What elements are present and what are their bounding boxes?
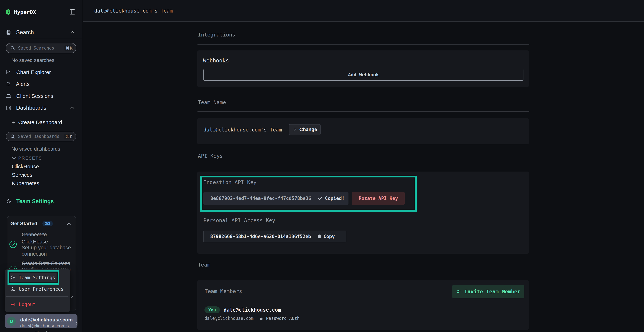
auth-method: Password Auth xyxy=(260,316,300,321)
change-team-name-button[interactable]: Change xyxy=(289,124,320,135)
copy-label: Copy xyxy=(324,234,335,239)
menu-item-label: User Preferences xyxy=(19,286,64,292)
preset-services[interactable]: Services xyxy=(12,172,32,178)
menu-item-label: Logout xyxy=(19,302,36,307)
invite-team-member-button[interactable]: Invite Team Member xyxy=(452,285,524,298)
sidebar-item-team-settings[interactable]: Team Settings xyxy=(6,198,54,204)
sidebar-section-label: Search xyxy=(16,29,34,36)
page-title: dale@clickhouse.com's Team xyxy=(94,8,173,14)
annotation-rectangle xyxy=(200,176,417,212)
personal-api-key-field[interactable]: 87982668-58b1-4d6e-a620-014a136f52eb Cop… xyxy=(203,230,346,242)
user-gear-icon xyxy=(10,287,15,292)
laptop-icon xyxy=(6,93,11,99)
team-settings-label: Team Settings xyxy=(16,198,54,205)
section-label-integrations: Integrations xyxy=(198,32,236,38)
avatar: D xyxy=(7,317,16,326)
preset-clickhouse[interactable]: ClickHouse xyxy=(12,164,39,170)
sidebar-section-label: Dashboards xyxy=(16,105,46,111)
user-plus-icon xyxy=(456,289,461,294)
logo[interactable]: HyperDX xyxy=(6,8,36,16)
section-divider xyxy=(198,44,529,44)
cmd-k-shortcut: ⌘K xyxy=(64,46,74,51)
dashboards-layout-icon xyxy=(6,105,11,111)
invite-button-label: Invite Team Member xyxy=(464,288,520,294)
presets-label: PRESETS xyxy=(18,156,42,161)
hyperdx-logo-icon xyxy=(6,9,10,15)
section-divider xyxy=(198,274,529,274)
sidebar-collapse-icon[interactable] xyxy=(69,8,75,14)
personal-api-key-value: 87982668-58b1-4d6e-a620-014a136f52eb xyxy=(210,234,311,239)
clipboard-icon xyxy=(317,234,322,239)
sidebar-item-alerts[interactable]: Alerts xyxy=(6,81,30,87)
app-title: HyperDX xyxy=(14,9,36,15)
member-email: dale@clickhouse.com xyxy=(224,307,281,313)
team-name-value: dale@clickhouse.com's Team xyxy=(204,127,282,133)
sidebar-item-label: Chart Explorer xyxy=(16,69,51,75)
sidebar: HyperDX Search Saved Searches ⌘K No save… xyxy=(0,0,82,332)
section-divider xyxy=(198,112,529,112)
search-section-icon xyxy=(6,30,11,35)
menu-item-user-preferences[interactable]: User Preferences xyxy=(10,286,64,292)
sidebar-item-client-sessions[interactable]: Client Sessions xyxy=(6,93,53,99)
sidebar-section-search[interactable]: Search xyxy=(6,29,34,36)
chevron-right-icon xyxy=(76,321,78,325)
member-sub-email: dale@clickhouse.com xyxy=(204,316,254,321)
chevron-up-icon[interactable] xyxy=(70,106,74,109)
plus-icon xyxy=(11,120,16,125)
row-divider xyxy=(197,302,529,302)
webhooks-title: Webhooks xyxy=(203,58,229,64)
get-started-title: Get Started xyxy=(10,221,38,226)
check-circle-icon xyxy=(9,240,17,248)
saved-searches-placeholder: Saved Searches xyxy=(18,46,64,50)
menu-divider xyxy=(6,296,68,296)
sidebar-item-label: Alerts xyxy=(16,81,30,87)
pencil-icon xyxy=(292,127,297,132)
chevron-down-icon xyxy=(12,157,16,160)
section-label-api-keys: API Keys xyxy=(198,153,223,159)
you-badge: You xyxy=(204,306,220,314)
annotation-rectangle xyxy=(8,270,60,285)
chevron-up-icon[interactable] xyxy=(70,30,74,33)
create-dashboard-button[interactable]: Create Dashboard xyxy=(11,119,62,126)
saved-searches-input[interactable]: Saved Searches ⌘K xyxy=(6,43,76,53)
preset-kubernetes[interactable]: Kubernetes xyxy=(12,180,39,186)
get-started-progress-badge: 2/3 xyxy=(42,221,53,226)
saved-dashboards-input[interactable]: Saved Dashboards ⌘K xyxy=(6,132,76,141)
presets-toggle[interactable]: PRESETS xyxy=(12,155,42,161)
change-button-label: Change xyxy=(299,127,317,132)
section-label-team-name: Team Name xyxy=(198,99,226,105)
search-icon xyxy=(10,134,16,139)
add-webhook-button[interactable]: Add Webhook xyxy=(204,69,524,81)
gear-icon xyxy=(6,199,11,204)
get-started-item-title[interactable]: Create Data Sources xyxy=(22,260,79,267)
get-started-item-title[interactable]: Connect to ClickHouse xyxy=(22,231,72,245)
user-team: dale@clickhouse.com's xyxy=(20,323,69,328)
chart-line-icon xyxy=(6,70,11,75)
saved-dashboards-placeholder: Saved Dashboards xyxy=(18,134,64,139)
bell-icon xyxy=(6,81,11,87)
section-label-team: Team xyxy=(198,262,210,268)
user-email: dale@clickhouse.com xyxy=(20,317,73,323)
personal-api-key-label: Personal API Access Key xyxy=(204,217,275,224)
menu-item-logout[interactable]: Logout xyxy=(10,302,36,307)
lock-icon xyxy=(260,316,263,320)
sidebar-section-dashboards[interactable]: Dashboards xyxy=(6,105,46,111)
team-members-label: Team Members xyxy=(205,288,242,294)
search-icon xyxy=(10,46,16,51)
no-saved-dashboards-text: No saved dashboards xyxy=(12,146,60,152)
section-divider xyxy=(198,166,529,166)
footer-cut-text: Cloud? xyxy=(34,330,50,332)
auth-method-label: Password Auth xyxy=(266,316,300,321)
no-saved-searches-text: No saved searches xyxy=(12,58,54,63)
sidebar-item-label: Client Sessions xyxy=(16,93,53,99)
get-started-item-subtitle: Set up your database connection xyxy=(22,244,75,257)
chevron-up-icon[interactable] xyxy=(67,222,71,225)
sidebar-item-chart-explorer[interactable]: Chart Explorer xyxy=(6,69,51,75)
logout-icon xyxy=(10,302,15,307)
create-dashboard-label: Create Dashboard xyxy=(18,119,62,126)
cmd-k-shortcut: ⌘K xyxy=(64,134,74,139)
